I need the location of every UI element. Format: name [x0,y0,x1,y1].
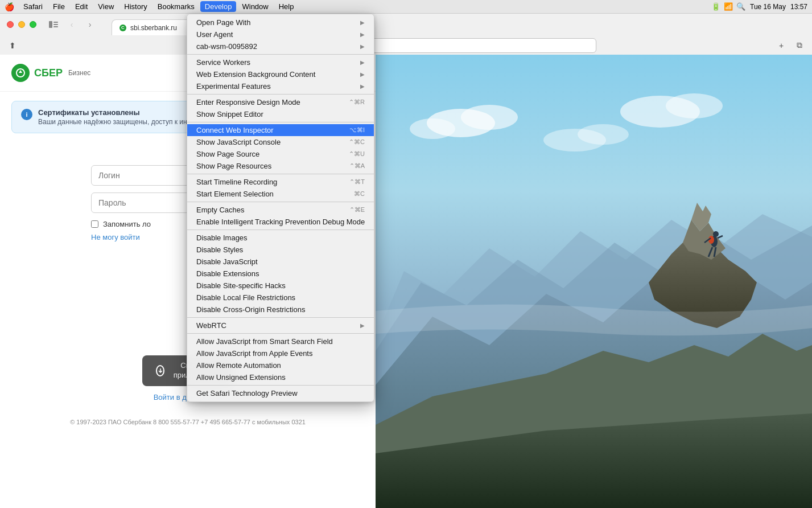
svg-point-6 [713,231,719,237]
browser-chrome: ‹ › С sbi.sberbank.ru ✕ + ⬆ [0,14,812,55]
minimize-window-button[interactable] [18,21,25,28]
add-bookmark-button[interactable]: + [773,38,789,53]
develop-menu-item-4[interactable]: Web Extension Background Content▶ [187,68,374,80]
develop-menu-item-27[interactable]: Allow Unsigned Extensions [187,371,374,383]
develop-menu-item-25[interactable]: Allow JavaScript from Apple Events [187,347,374,359]
develop-menu-item-28[interactable]: Get Safari Technology Preview [187,387,374,399]
develop-menu-item-12[interactable]: Start Timeline Recording⌃⌘T [187,176,374,188]
menubar-develop[interactable]: Develop [200,1,237,12]
develop-menu-item-6[interactable]: Enter Responsive Design Mode⌃⌘R [187,96,374,108]
develop-menu-item-7[interactable]: Show Snippet Editor [187,108,374,120]
develop-menu-item-19[interactable]: Disable Extensions [187,268,374,280]
menu-separator [187,385,374,386]
develop-menu-item-18[interactable]: Disable JavaScript [187,256,374,268]
develop-menu-item-1[interactable]: User Agent▶ [187,28,374,40]
svg-point-9 [461,105,518,130]
develop-menu-item-21[interactable]: Disable Local File Restrictions [187,292,374,304]
menu-item-arrow: ▶ [360,31,365,38]
menubar-help[interactable]: Help [274,1,299,12]
menu-item-label: Show Snippet Editor [196,110,263,118]
develop-menu-item-24[interactable]: Allow JavaScript from Smart Search Field [187,335,374,347]
mountain-photo [376,55,812,508]
menubar-file[interactable]: File [48,1,69,12]
menubar-view[interactable]: View [93,1,118,12]
close-window-button[interactable] [7,21,14,28]
develop-menu-item-16[interactable]: Disable Images [187,232,374,244]
menu-item-arrow: ▶ [360,19,365,26]
develop-menu-item-3[interactable]: Service Workers▶ [187,56,374,68]
menu-item-shortcut: ⌃⌘C [337,138,365,146]
menu-item-label: Empty Caches [196,206,245,214]
menu-item-label: Web Extension Background Content [196,70,315,79]
back-button[interactable]: ‹ [64,19,80,30]
develop-menu-item-14[interactable]: Empty Caches⌃⌘E [187,204,374,216]
menu-item-label: User Agent [196,30,233,39]
menu-item-shortcut: ⌃⌘T [338,178,365,186]
menubar-bookmarks[interactable]: Bookmarks [153,1,199,12]
menu-item-label: Start Timeline Recording [196,178,277,186]
menu-item-label: Allow JavaScript from Smart Search Field [196,337,333,346]
titlebar: ‹ › С sbi.sberbank.ru ✕ + [0,14,812,35]
menu-separator [187,202,374,202]
menubar: 🍎 Safari File Edit View History Bookmark… [0,0,812,14]
sber-sub-text: Бизнес [68,69,90,77]
menu-item-shortcut: ⌃⌘A [338,162,365,170]
tab-favicon: С [119,24,127,32]
menu-item-label: Disable Cross-Origin Restrictions [196,305,305,314]
develop-menu-item-9[interactable]: Show JavaScript Console⌃⌘C [187,136,374,148]
menubar-date: Tue 16 May [750,3,786,11]
menu-separator [187,174,374,174]
info-icon: i [21,109,32,120]
develop-menu-item-5[interactable]: Experimental Features▶ [187,80,374,92]
sber-brand-text: СБЕР [34,67,63,79]
develop-menu-item-10[interactable]: Show Page Source⌃⌘U [187,148,374,160]
menu-item-label: Experimental Features [196,82,271,91]
show-tabs-button[interactable]: ⧉ [792,38,807,53]
develop-menu-item-2[interactable]: cab-wsm-0095892▶ [187,40,374,52]
develop-menu-item-22[interactable]: Disable Cross-Origin Restrictions [187,304,374,316]
menu-item-shortcut: ⌃⌘E [338,206,365,214]
menu-item-label: Service Workers [196,58,250,67]
sidebar-toggle-button[interactable] [46,19,61,30]
remember-checkbox[interactable] [91,220,98,228]
develop-menu-item-13[interactable]: Start Element Selection⌘C [187,188,374,200]
menu-item-shortcut: ⌃⌘U [337,150,365,158]
share-button[interactable]: ⬆ [5,38,20,53]
remember-row: Запомнить ло [91,220,151,228]
menubar-history[interactable]: History [119,1,151,12]
menu-item-label: Allow JavaScript from Apple Events [196,349,312,358]
menubar-edit[interactable]: Edit [71,1,92,12]
forgot-link[interactable]: Не могу войти [91,233,140,241]
menu-item-arrow: ▶ [360,322,365,329]
develop-menu-item-11[interactable]: Show Page Resources⌃⌘A [187,160,374,172]
menu-item-label: Disable Site-specific Hacks [196,281,286,290]
download-icon [156,365,164,376]
develop-menu-item-20[interactable]: Disable Site-specific Hacks [187,280,374,292]
develop-menu-item-15[interactable]: Enable Intelligent Tracking Prevention D… [187,216,374,228]
menu-item-label: Show JavaScript Console [196,138,281,146]
apple-menu[interactable]: 🍎 [5,2,14,11]
info-text: Сертификаты установлены Ваши данные надё… [38,108,187,126]
svg-rect-1 [53,22,58,23]
svg-rect-2 [53,24,58,25]
menu-item-label: Enable Intelligent Tracking Prevention D… [196,218,365,226]
develop-menu-item-0[interactable]: Open Page With▶ [187,17,374,28]
develop-menu-item-8[interactable]: Connect Web Inspector⌥⌘I [187,124,374,136]
maximize-window-button[interactable] [30,21,36,28]
develop-menu-item-17[interactable]: Disable Styles [187,244,374,256]
svg-point-10 [410,118,455,139]
svg-rect-3 [53,26,58,27]
menubar-icons: 🔋 📶 🔍 [711,2,745,11]
menubar-safari[interactable]: Safari [19,1,47,12]
menu-item-label: cab-wsm-0095892 [196,42,257,51]
sber-logo: СБЕР Бизнес [11,64,90,82]
menubar-window[interactable]: Window [237,1,273,12]
develop-menu-item-26[interactable]: Allow Remote Automation [187,359,374,371]
info-title: Сертификаты установлены [38,108,187,117]
forward-button[interactable]: › [82,19,98,30]
menu-item-label: Disable Extensions [196,269,259,278]
develop-menu-item-23[interactable]: WebRTC▶ [187,319,374,331]
menu-item-arrow: ▶ [360,71,365,77]
menu-separator [187,94,374,95]
menu-item-label: Connect Web Inspector [196,126,274,134]
